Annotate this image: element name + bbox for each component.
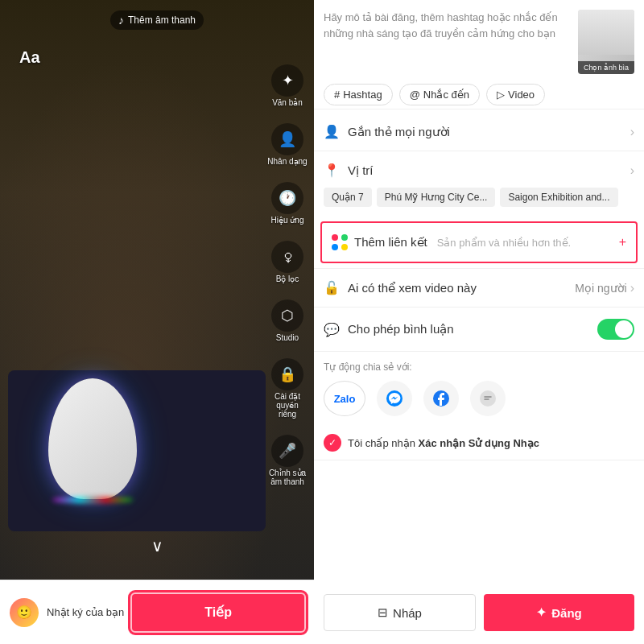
messenger-share-button[interactable]: [377, 381, 412, 416]
allow-comment-label: Cho phép bình luận: [348, 322, 597, 336]
toolbar-label-vb: Văn bản: [272, 98, 303, 107]
music-label: Thêm âm thanh: [128, 14, 196, 26]
cover-thumbnail[interactable]: Chọn ảnh bìa: [578, 10, 634, 74]
toolbar-item-bl[interactable]: ⧬ Bộ lọc: [271, 241, 303, 283]
effects-icon: 🕐: [271, 182, 303, 214]
music-accept-text: Tôi chấp nhận Xác nhận Sử dụng Nhạc: [348, 437, 539, 449]
toolbar-label-chinhsua: Chỉnh sửa âm thanh: [267, 469, 308, 486]
toolbar-item-studio[interactable]: ⬡ Studio: [271, 299, 303, 342]
toolbar-label-bl: Bộ lọc: [276, 275, 299, 283]
music-note-icon: ♪: [118, 14, 124, 27]
toolbar-item-chinhsua[interactable]: 🎤 Chỉnh sửa âm thanh: [267, 435, 308, 486]
lock-watch-icon: 🔓: [324, 280, 341, 295]
who-value: Mọi người: [575, 282, 626, 295]
toolbar-item-hu[interactable]: 🕐 Hiệu ứng: [271, 182, 304, 225]
hashtag-label: Hashtag: [343, 89, 382, 101]
post-button[interactable]: ✦ Đăng: [484, 594, 634, 631]
tag-people-label: Gắn thẻ mọi người: [348, 125, 627, 139]
comment-icon: 💬: [324, 322, 341, 337]
dot-blue: [332, 244, 338, 250]
allow-comment-row: 💬 Cho phép bình luận: [314, 308, 644, 352]
location-chips: Quận 7 Phú Mỹ Hưng City Ce... Saigon Exh…: [314, 181, 644, 217]
mention-icon: @: [410, 89, 420, 101]
facebook-share-button[interactable]: [423, 381, 459, 416]
bottom-action-bar: 🙂 Nhật ký của bạn Tiếp: [0, 580, 314, 644]
who-can-watch-label: Ai có thể xem video này: [348, 281, 575, 295]
chevron-down-icon[interactable]: ∨: [151, 536, 163, 555]
link-dots-icon: [332, 234, 348, 250]
mention-chip[interactable]: @ Nhắc đến: [399, 84, 480, 105]
tag-people-chevron: ›: [630, 125, 634, 139]
add-link-plus-icon: +: [619, 235, 626, 250]
filter-icon: ⧬: [271, 241, 303, 273]
mousepad: [8, 370, 266, 531]
comment-toggle[interactable]: [597, 319, 634, 340]
dot-red: [332, 234, 338, 241]
toolbar-item-caidat[interactable]: 🔒 Cài đặt quyền riêng: [267, 358, 308, 419]
text-style-icon: ✦: [271, 64, 303, 97]
thumbnail-image: [578, 10, 634, 55]
lock-icon: 🔒: [271, 358, 303, 390]
hashtag-icon: #: [334, 89, 340, 101]
location-chip-pmh[interactable]: Phú Mỹ Hưng City Ce...: [377, 188, 496, 207]
mention-label: Nhắc đến: [423, 89, 469, 101]
location-row[interactable]: 📍 Vị trí ›: [314, 151, 644, 181]
location-label: Vị trí: [348, 163, 627, 178]
top-bar: ♪ Thêm âm thanh: [0, 0, 314, 40]
chat-share-button[interactable]: [470, 381, 506, 416]
hashtag-row: # Hashtag @ Nhắc đến ▷ Video: [314, 74, 644, 105]
location-chip-saigon[interactable]: Saigon Exhibition and...: [500, 188, 617, 207]
draft-label: Nháp: [393, 606, 422, 620]
right-panel: Hãy mô tả bài đăng, thêm hashtag hoặc nh…: [314, 0, 644, 644]
choose-cover-label: Chọn ảnh bìa: [578, 61, 634, 74]
music-button[interactable]: ♪ Thêm âm thanh: [110, 10, 204, 30]
person-icon: 👤: [271, 123, 303, 155]
post-label: Đăng: [551, 606, 582, 620]
check-circle-icon: ✓: [324, 434, 341, 452]
video-chip[interactable]: ▷ Video: [486, 84, 545, 105]
toolbar-label-hu: Hiệu ứng: [271, 216, 304, 225]
diary-label: Nhật ký của bạn: [47, 606, 124, 618]
toggle-knob: [615, 320, 633, 338]
mic-icon: 🎤: [271, 435, 303, 467]
person-tag-icon: 👤: [324, 124, 341, 139]
post-icon: ✦: [536, 605, 547, 620]
location-chevron: ›: [630, 163, 634, 178]
zalo-share-button[interactable]: Zalo: [324, 381, 365, 416]
add-link-wrapper: Thêm liên kết Sản phẩm và nhiều hơn thế.…: [314, 217, 644, 269]
left-panel: ♪ Thêm âm thanh Aa ✦ Văn bản 👤 Nhân dạng…: [0, 0, 314, 644]
draft-icon: ⊟: [378, 605, 388, 620]
toolbar-item-vb[interactable]: ✦ Văn bản: [271, 64, 303, 107]
right-toolbar: ✦ Văn bản 👤 Nhân dạng 🕐 Hiệu ứng ⧬ Bộ lọ…: [267, 64, 308, 486]
draft-button[interactable]: ⊟ Nháp: [324, 594, 476, 631]
toolbar-label-caidat: Cài đặt quyền riêng: [267, 392, 308, 419]
tag-people-row[interactable]: 👤 Gắn thẻ mọi người ›: [314, 113, 644, 151]
location-chip-q7[interactable]: Quận 7: [324, 188, 372, 207]
share-title: Tự động chia sẻ với:: [324, 361, 634, 373]
video-icon: ▷: [497, 89, 505, 101]
description-text[interactable]: Hãy mô tả bài đăng, thêm hashtag hoặc nh…: [324, 10, 570, 41]
share-icons-row: Zalo: [324, 381, 634, 416]
toolbar-item-nd[interactable]: 👤 Nhân dạng: [267, 123, 307, 166]
share-section: Tự động chia sẻ với: Zalo: [314, 352, 644, 426]
toolbar-label-nd: Nhân dạng: [267, 157, 307, 166]
next-button[interactable]: Tiếp: [132, 594, 304, 631]
add-link-row[interactable]: Thêm liên kết Sản phẩm và nhiều hơn thế.…: [320, 221, 638, 263]
add-link-sub: Sản phẩm và nhiều hơn thế.: [437, 237, 571, 249]
svg-point-2: [480, 390, 496, 407]
music-accept-row: ✓ Tôi chấp nhận Xác nhận Sử dụng Nhạc: [314, 426, 644, 460]
video-label: Video: [508, 89, 535, 101]
dot-yellow: [341, 244, 348, 250]
music-accept-prefix: Tôi chấp nhận: [348, 437, 419, 449]
toolbar-label-studio: Studio: [276, 333, 299, 342]
hashtag-chip[interactable]: # Hashtag: [324, 84, 393, 105]
studio-icon: ⬡: [271, 299, 303, 332]
music-accept-bold[interactable]: Xác nhận Sử dụng Nhạc: [419, 437, 539, 449]
chat-icon: [478, 389, 497, 408]
facebook-icon: [431, 389, 451, 408]
description-area: Hãy mô tả bài đăng, thêm hashtag hoặc nh…: [314, 0, 644, 74]
messenger-icon: [385, 389, 404, 408]
location-pin-icon: 📍: [324, 163, 341, 178]
text-button[interactable]: Aa: [19, 48, 40, 67]
who-can-watch-row[interactable]: 🔓 Ai có thể xem video này Mọi người ›: [314, 269, 644, 308]
